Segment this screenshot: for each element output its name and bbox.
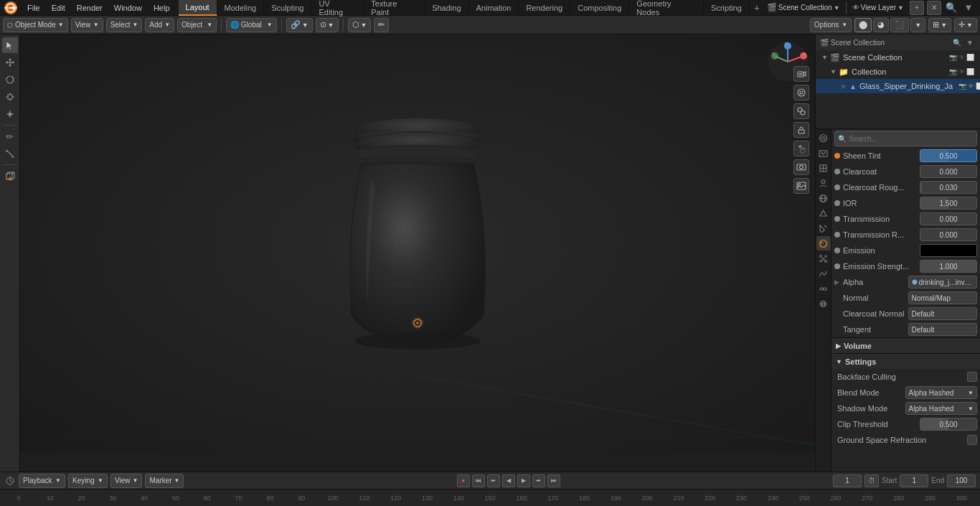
- options-btn[interactable]: Options ▼: [810, 18, 852, 32]
- search-icon[interactable]: 🔍: [944, 1, 958, 15]
- settings-section-header[interactable]: ▼ Settings: [831, 353, 980, 369]
- scene-render-icon[interactable]: 📷: [949, 54, 957, 61]
- transmission-dot[interactable]: [834, 216, 840, 222]
- viewport-overlay-btn[interactable]: [793, 103, 809, 119]
- proportional-btn[interactable]: ⊙ ▼: [316, 18, 339, 32]
- tab-scripting[interactable]: Scripting: [704, 0, 750, 16]
- keying-dropdown[interactable]: Keying ▼: [68, 474, 108, 488]
- frame-timer-btn[interactable]: ⏱: [864, 474, 879, 487]
- measure-tool[interactable]: [2, 146, 18, 161]
- mirror-btn[interactable]: ⬡ ▼: [348, 18, 372, 32]
- tangent-field[interactable]: Default: [908, 323, 978, 336]
- rotate-tool[interactable]: [2, 72, 18, 88]
- tab-compositing[interactable]: Compositing: [570, 0, 629, 16]
- select-dropdown[interactable]: Select ▼: [106, 18, 143, 32]
- view-layer-props-btn[interactable]: [816, 161, 831, 175]
- view-dropdown-timeline[interactable]: View ▼: [110, 474, 142, 488]
- object-mode-dropdown[interactable]: ⬡ Object Mode ▼: [3, 18, 68, 32]
- modifier-props-btn[interactable]: [816, 221, 831, 235]
- alpha-texture-field[interactable]: ⬢ drinking_j...invert.pn: [908, 276, 978, 289]
- filter-icon[interactable]: ▼: [961, 1, 976, 15]
- tab-layout[interactable]: Layout: [179, 0, 217, 16]
- world-props-btn[interactable]: [816, 191, 831, 205]
- tab-shading[interactable]: Shading: [425, 0, 468, 16]
- collection-render-icon[interactable]: 📷: [949, 68, 957, 75]
- start-frame-field[interactable]: 1: [900, 474, 928, 487]
- normal-field[interactable]: Normal/Map: [908, 291, 978, 304]
- outliner-glass-sipper[interactable]: ▶ ▲ Glass_Sipper_Drinking_Ja 📷 👁 ⬜: [816, 79, 980, 93]
- shadow-mode-dropdown[interactable]: Alpha Hashed ▼: [905, 402, 978, 415]
- image-btn[interactable]: [793, 178, 809, 194]
- collection-hide-icon[interactable]: 👁: [958, 68, 965, 75]
- backface-culling-checkbox[interactable]: [967, 372, 977, 382]
- object-dropdown[interactable]: Object ▼: [177, 18, 217, 32]
- scene-props-btn[interactable]: [816, 176, 831, 190]
- grease-pencil-btn[interactable]: ✏: [374, 18, 389, 32]
- cursor-tool[interactable]: [2, 37, 18, 53]
- ior-dot[interactable]: [834, 200, 840, 206]
- physics-props-btn[interactable]: [816, 266, 831, 281]
- transmission-field[interactable]: 0.000: [920, 212, 977, 225]
- annotate-tool[interactable]: ✏: [2, 128, 18, 144]
- camera-perspective-btn[interactable]: [793, 66, 809, 82]
- scene-hide-icon[interactable]: 👁: [958, 54, 965, 61]
- jump-to-end-btn[interactable]: ⏭: [547, 474, 560, 487]
- volume-section-header[interactable]: ▶ Volume: [831, 337, 980, 353]
- scale-tool[interactable]: [2, 89, 18, 105]
- tab-animation[interactable]: Animation: [469, 0, 519, 16]
- outliner-filter-btn[interactable]: ▼: [964, 37, 976, 48]
- add-cube-tool[interactable]: [2, 168, 18, 184]
- constraints-props-btn[interactable]: [816, 281, 831, 296]
- outliner-collection[interactable]: ▼ 📁 Collection 📷 👁 ⬜: [816, 65, 980, 79]
- clip-threshold-field[interactable]: 0.500: [920, 418, 977, 431]
- gizmo-btn[interactable]: ✛ ▼: [954, 18, 977, 32]
- transmission-roughness-dot[interactable]: [834, 232, 840, 238]
- clearcoat-roughness-dot[interactable]: [834, 184, 840, 190]
- menu-file[interactable]: File: [22, 0, 46, 16]
- tab-texture-paint[interactable]: Texture Paint: [364, 0, 425, 16]
- outliner-search-btn[interactable]: 🔍: [951, 37, 963, 48]
- view-layer-selector[interactable]: 👁 View Layer ▼: [849, 3, 907, 12]
- transmission-roughness-field[interactable]: 0.000: [920, 228, 977, 241]
- scrubber-numbers[interactable]: 0 10 20 30 40 50 60 70 80 90 100 110 120…: [0, 489, 980, 507]
- transform-tool[interactable]: [2, 106, 18, 122]
- outliner-scene-collection[interactable]: ▼ 🎬 Scene Collection 📷 👁 ⬜: [816, 50, 980, 65]
- collection-disable-icon[interactable]: ⬜: [966, 68, 974, 75]
- add-workspace-btn[interactable]: +: [750, 0, 764, 16]
- hand-btn[interactable]: [793, 141, 809, 156]
- add-view-layer-btn[interactable]: +: [910, 1, 924, 15]
- emission-dot[interactable]: [834, 248, 840, 253]
- scene-disable-icon[interactable]: ⬜: [966, 54, 974, 61]
- object-hide-icon[interactable]: 👁: [968, 83, 974, 90]
- object-data-props-btn[interactable]: [816, 296, 831, 311]
- props-search-bar[interactable]: 🔍: [834, 131, 977, 146]
- props-search-input[interactable]: [849, 135, 974, 143]
- remove-view-layer-btn[interactable]: ✕: [927, 1, 941, 15]
- tab-modeling[interactable]: Modeling: [217, 0, 265, 16]
- ior-field[interactable]: 1.500: [920, 197, 977, 210]
- add-dropdown[interactable]: Add ▼: [145, 18, 174, 32]
- menu-help[interactable]: Help: [148, 0, 176, 16]
- overlay-btn[interactable]: ⊞ ▼: [928, 18, 951, 32]
- sheen-tint-field[interactable]: 0.500: [920, 149, 977, 162]
- record-btn[interactable]: ●: [457, 474, 470, 487]
- emission-strength-field[interactable]: 1.000: [920, 260, 977, 273]
- play-btn[interactable]: ▶: [517, 474, 530, 487]
- clearcoat-normal-field[interactable]: Default: [908, 307, 978, 320]
- shading-options-btn[interactable]: ▼: [910, 18, 925, 32]
- viewport-canvas[interactable]: QUALITY GLASSWARE: [20, 34, 815, 453]
- marker-dropdown[interactable]: Marker ▼: [145, 474, 184, 488]
- particles-props-btn[interactable]: [816, 251, 831, 266]
- scene-selector[interactable]: 🎬 Scene Collection ▼: [764, 2, 843, 13]
- object-render-icon[interactable]: 📷: [958, 83, 966, 90]
- emission-strength-dot[interactable]: [834, 263, 840, 269]
- blend-mode-dropdown[interactable]: Alpha Hashed ▼: [905, 386, 978, 399]
- jump-to-start-btn[interactable]: ⏮: [472, 474, 485, 487]
- end-frame-field[interactable]: 100: [947, 474, 976, 487]
- timeline-icon[interactable]: [4, 475, 16, 487]
- material-props-btn[interactable]: [816, 236, 831, 250]
- material-shading-btn[interactable]: ◕: [873, 18, 889, 32]
- clearcoat-roughness-field[interactable]: 0.030: [920, 181, 977, 194]
- bottom-scrubber[interactable]: 0 10 20 30 40 50 60 70 80 90 100 110 120…: [0, 489, 980, 506]
- tab-uv-editing[interactable]: UV Editing: [311, 0, 364, 16]
